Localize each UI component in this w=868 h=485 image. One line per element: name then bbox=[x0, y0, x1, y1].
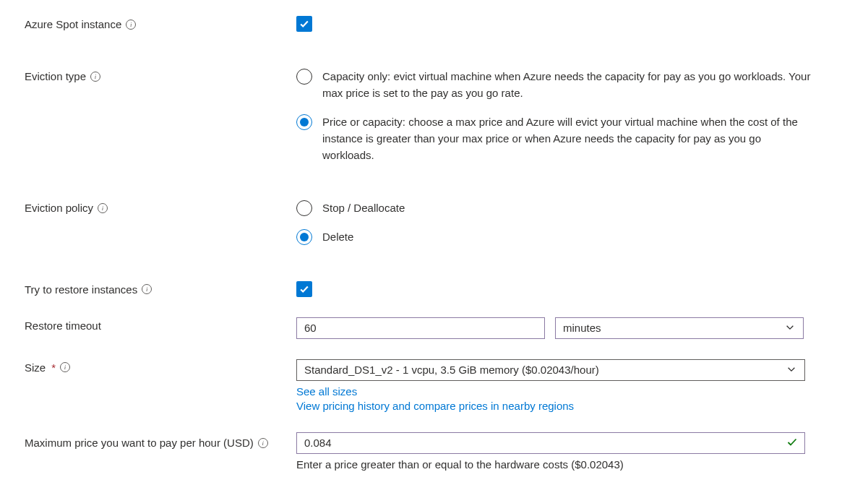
max-price-helper: Enter a price greater than or equal to t… bbox=[296, 458, 843, 471]
eviction-type-radio-group: Capacity only: evict virtual machine whe… bbox=[296, 68, 843, 163]
see-all-sizes-link[interactable]: See all sizes bbox=[296, 385, 843, 398]
spot-label: Azure Spot instance bbox=[25, 18, 121, 30]
checkmark-icon bbox=[786, 436, 798, 450]
radio-icon bbox=[296, 229, 312, 245]
restore-timeout-input[interactable] bbox=[296, 317, 545, 339]
eviction-policy-label: Eviction policy bbox=[25, 202, 93, 214]
radio-label: Price or capacity: choose a max price an… bbox=[322, 113, 814, 164]
radio-icon bbox=[296, 200, 312, 216]
restore-checkbox[interactable] bbox=[296, 281, 312, 297]
restore-timeout-unit-select[interactable]: minutes bbox=[555, 317, 804, 339]
info-icon[interactable]: i bbox=[90, 72, 100, 82]
restore-label: Try to restore instances bbox=[25, 283, 137, 296]
size-select[interactable]: Standard_DS1_v2 - 1 vcpu, 3.5 GiB memory… bbox=[296, 359, 805, 381]
info-icon[interactable]: i bbox=[60, 362, 70, 372]
size-label: Size bbox=[25, 361, 46, 374]
radio-label: Stop / Deallocate bbox=[322, 199, 405, 216]
required-indicator: * bbox=[51, 361, 56, 374]
eviction-type-capacity-only[interactable]: Capacity only: evict virtual machine whe… bbox=[296, 68, 843, 102]
info-icon[interactable]: i bbox=[126, 20, 136, 30]
view-pricing-history-link[interactable]: View pricing history and compare prices … bbox=[296, 400, 843, 412]
radio-label: Delete bbox=[322, 228, 353, 245]
eviction-policy-radio-group: Stop / Deallocate Delete bbox=[296, 199, 843, 245]
info-icon[interactable]: i bbox=[258, 438, 268, 448]
radio-label: Capacity only: evict virtual machine whe… bbox=[322, 68, 814, 102]
radio-icon bbox=[296, 114, 312, 130]
eviction-type-price-or-capacity[interactable]: Price or capacity: choose a max price an… bbox=[296, 113, 843, 164]
radio-icon bbox=[296, 69, 312, 85]
eviction-policy-stop[interactable]: Stop / Deallocate bbox=[296, 199, 843, 216]
info-icon[interactable]: i bbox=[98, 203, 108, 213]
eviction-type-label: Eviction type bbox=[25, 70, 86, 82]
max-price-input[interactable] bbox=[296, 432, 805, 454]
info-icon[interactable]: i bbox=[142, 284, 152, 294]
max-price-label: Maximum price you want to pay per hour (… bbox=[25, 434, 254, 452]
restore-timeout-label: Restore timeout bbox=[25, 319, 101, 332]
spot-checkbox[interactable] bbox=[296, 16, 312, 32]
eviction-policy-delete[interactable]: Delete bbox=[296, 228, 843, 245]
